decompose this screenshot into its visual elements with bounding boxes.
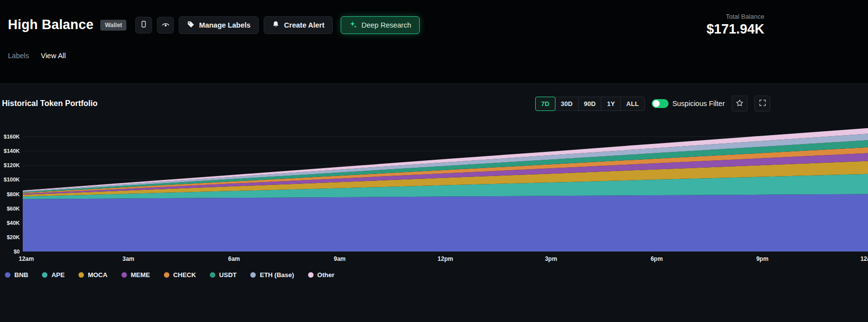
range-button-all[interactable]: ALL <box>620 97 644 111</box>
deep-research-label: Deep Research <box>361 21 411 29</box>
legend-label: USDT <box>219 271 237 279</box>
x-tick-label: 12am <box>861 255 868 262</box>
total-balance-label: Total Balance <box>707 13 764 20</box>
chart-legend: BNBAPEMOCAMEMECHECKUSDTETH (Base)Other <box>0 266 868 279</box>
y-tick-label: $80K <box>7 191 20 197</box>
x-tick-label: 12am <box>19 255 34 262</box>
range-button-1y[interactable]: 1Y <box>601 97 621 111</box>
header-top-row: High Balance Wallet Manage Labels Create… <box>0 0 868 37</box>
legend-dot <box>250 272 256 278</box>
legend-dot <box>5 272 10 278</box>
legend-label: MOCA <box>88 271 108 279</box>
suspicious-filter-toggle-wrap: Suspicious Filter <box>652 99 725 108</box>
legend-dot <box>164 272 169 278</box>
create-alert-label: Create Alert <box>284 21 324 29</box>
y-tick-label: $40K <box>7 220 20 226</box>
portfolio-chart[interactable]: $0$20K$40K$60K$80K$100K$120K$140K$160K12… <box>0 118 868 266</box>
manage-labels-label: Manage Labels <box>199 21 250 29</box>
y-tick-label: $0 <box>14 249 20 254</box>
legend-dot <box>308 272 314 278</box>
clipboard-icon <box>140 20 148 30</box>
suspicious-filter-label: Suspicious Filter <box>672 100 725 107</box>
y-tick-label: $140K <box>4 148 20 154</box>
time-range-group: 7D 30D 90D 1Y ALL <box>536 97 645 111</box>
chart-header-row: Historical Token Portfolio 7D 30D 90D 1Y… <box>0 84 868 111</box>
legend-item-moca[interactable]: MOCA <box>79 271 108 279</box>
legend-label: Other <box>317 271 335 279</box>
y-tick-label: $120K <box>4 162 20 168</box>
y-tick-label: $20K <box>7 234 20 240</box>
wallet-badge: Wallet <box>100 20 126 31</box>
page-title: High Balance <box>8 17 93 33</box>
area-series-bnb <box>23 194 868 252</box>
y-tick-label: $60K <box>7 206 20 212</box>
deep-research-button[interactable]: Deep Research <box>341 16 420 34</box>
legend-item-meme[interactable]: MEME <box>121 271 150 279</box>
legend-item-other[interactable]: Other <box>308 271 335 279</box>
legend-label: ETH (Base) <box>260 271 294 279</box>
watchlist-button[interactable] <box>157 17 174 34</box>
x-tick-label: 3am <box>122 255 134 262</box>
legend-item-eth-base-[interactable]: ETH (Base) <box>250 271 294 279</box>
legend-item-ape[interactable]: APE <box>42 271 65 279</box>
legend-item-check[interactable]: CHECK <box>164 271 196 279</box>
copy-address-button[interactable] <box>135 17 152 34</box>
star-icon <box>736 99 744 108</box>
toggle-knob <box>653 100 660 107</box>
x-tick-label: 9am <box>334 255 346 262</box>
eye-icon <box>161 20 170 30</box>
create-alert-button[interactable]: Create Alert <box>264 16 333 34</box>
legend-dot <box>121 272 127 278</box>
legend-dot <box>210 272 215 278</box>
expand-icon <box>759 99 766 108</box>
legend-label: MEME <box>131 271 150 279</box>
chart-title: Historical Token Portfolio <box>2 99 98 108</box>
fullscreen-chart-button[interactable] <box>754 96 770 111</box>
legend-item-usdt[interactable]: USDT <box>210 271 237 279</box>
page-header: High Balance Wallet Manage Labels Create… <box>0 0 868 84</box>
total-balance-block: Total Balance $171.94K <box>707 13 764 37</box>
historical-portfolio-section: Historical Token Portfolio 7D 30D 90D 1Y… <box>0 84 868 279</box>
manage-labels-button[interactable]: Manage Labels <box>179 16 259 34</box>
y-tick-label: $100K <box>4 177 20 182</box>
view-all-link[interactable]: View All <box>41 52 66 60</box>
range-button-30d[interactable]: 30D <box>555 97 579 111</box>
legend-dot <box>79 272 84 278</box>
x-tick-label: 9pm <box>756 255 769 262</box>
bell-icon <box>272 21 279 30</box>
range-button-7d[interactable]: 7D <box>535 97 555 111</box>
legend-label: CHECK <box>173 271 196 279</box>
legend-dot <box>42 272 47 278</box>
chart-controls: 7D 30D 90D 1Y ALL Suspicious Filter <box>536 96 770 111</box>
x-tick-label: 12pm <box>437 255 453 262</box>
x-tick-label: 6am <box>228 255 240 262</box>
suspicious-filter-toggle[interactable] <box>652 99 669 108</box>
y-tick-label: $160K <box>4 134 20 140</box>
favorite-chart-button[interactable] <box>732 96 748 111</box>
sparkle-icon <box>349 20 357 30</box>
labels-label: Labels <box>8 52 29 60</box>
tag-icon <box>187 21 195 30</box>
x-tick-label: 6pm <box>651 255 663 262</box>
header-sub-row: Labels View All <box>0 37 868 60</box>
legend-item-bnb[interactable]: BNB <box>5 271 28 279</box>
legend-label: BNB <box>14 271 28 279</box>
legend-label: APE <box>51 271 65 279</box>
range-button-90d[interactable]: 90D <box>578 97 602 111</box>
x-tick-label: 3pm <box>545 255 557 262</box>
total-balance-value: $171.94K <box>707 22 764 37</box>
